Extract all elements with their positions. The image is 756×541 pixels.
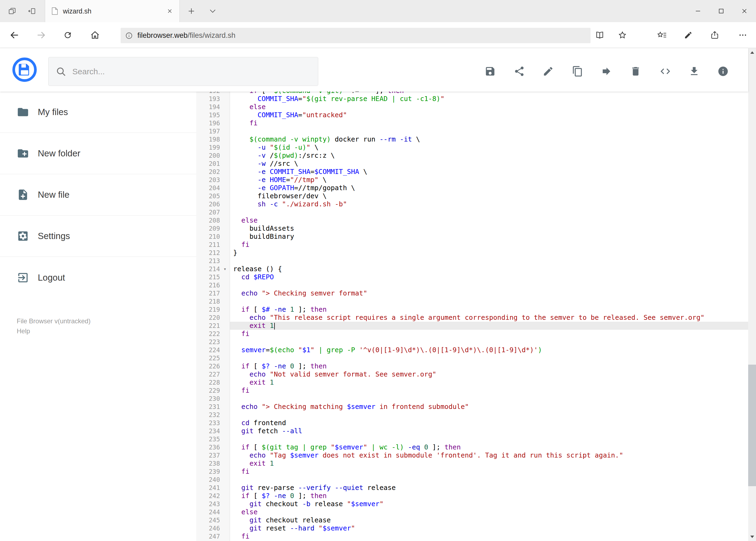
more-options-icon[interactable] <box>738 31 747 40</box>
site-info-icon[interactable] <box>125 32 133 40</box>
code-line[interactable]: 244 else <box>196 508 748 516</box>
code-line[interactable]: 202 -e COMMIT_SHA=$COMMIT_SHA \ <box>196 168 748 176</box>
code-line[interactable]: 243 git checkout -b release "$semver" <box>196 500 748 508</box>
filebrowser-logo[interactable] <box>12 57 37 82</box>
code-line[interactable]: 209 buildAssets <box>196 225 748 233</box>
info-button[interactable] <box>716 64 730 79</box>
code-line[interactable]: 195 COMMIT_SHA="untracked" <box>196 111 748 119</box>
save-button[interactable] <box>483 64 497 79</box>
code-line[interactable]: 246 git reset --hard "$semver" <box>196 524 748 532</box>
tab-preview-chevron-icon[interactable] <box>209 9 216 14</box>
rename-button[interactable] <box>541 64 556 79</box>
browser-tab[interactable]: wizard.sh <box>45 0 180 22</box>
code-line[interactable]: 237 echo "Tag $semver does not exist in … <box>196 451 748 459</box>
address-bar[interactable]: filebrowser.web/files/wizard.sh <box>121 28 591 43</box>
code-view-button[interactable] <box>658 64 672 79</box>
code-line[interactable]: 213 <box>196 257 748 265</box>
code-line[interactable]: 227 echo "Not valid semver format. See s… <box>196 370 748 378</box>
search-bar[interactable] <box>48 57 318 86</box>
code-line[interactable]: 219 if [ $# -ne 1 ]; then <box>196 305 748 313</box>
code-line[interactable]: 230 <box>196 395 748 403</box>
code-line[interactable]: 201 -w //src \ <box>196 160 748 168</box>
code-line[interactable]: 245 git checkout release <box>196 516 748 524</box>
code-line[interactable]: 228 exit 1 <box>196 378 748 386</box>
help-link[interactable]: Help <box>17 326 196 336</box>
code-line[interactable]: 234 git fetch --all <box>196 427 748 435</box>
code-line[interactable]: 220 echo "This release script requires a… <box>196 313 748 322</box>
code-line[interactable]: 200 -v /$(pwd):/src:z \ <box>196 152 748 160</box>
code-line[interactable]: 225 <box>196 354 748 362</box>
code-line[interactable]: 214▾release () { <box>196 265 748 273</box>
code-line[interactable]: 208 else <box>196 216 748 225</box>
annotate-pen-icon[interactable] <box>684 31 692 39</box>
tab-close-icon[interactable] <box>166 8 173 14</box>
browser-share-icon[interactable] <box>710 31 719 40</box>
fold-marker-icon[interactable]: ▾ <box>220 265 230 273</box>
delete-button[interactable] <box>629 64 643 79</box>
minimize-button[interactable] <box>686 0 710 22</box>
code-line[interactable]: 193 COMMIT_SHA="$(git rev-parse HEAD | c… <box>196 95 748 103</box>
code-line[interactable]: 205 filebrowser/dev \ <box>196 192 748 200</box>
code-line[interactable]: 241 git rev-parse --verify --quiet relea… <box>196 484 748 492</box>
add-favorite-star-icon[interactable] <box>618 31 627 40</box>
code-line[interactable]: 247 fi <box>196 532 748 540</box>
code-line[interactable]: 223 <box>196 338 748 346</box>
tab-preview-icon[interactable] <box>8 7 16 15</box>
code-line[interactable]: 232 <box>196 411 748 419</box>
code-line[interactable]: 199 -u "$(id -u)" \ <box>196 144 748 152</box>
back-button[interactable] <box>9 30 20 40</box>
code-line[interactable]: 198 $(command -v winpty) docker run --rm… <box>196 135 748 144</box>
move-button[interactable] <box>599 64 614 79</box>
search-input[interactable] <box>72 67 311 76</box>
sidebar-item-new-file[interactable]: New file <box>0 174 196 216</box>
code-line[interactable]: 203 -e HOME="//tmp" \ <box>196 176 748 184</box>
set-tabs-aside-icon[interactable] <box>28 7 36 15</box>
code-line[interactable]: 231 echo "> Checking matching $semver in… <box>196 403 748 411</box>
code-line[interactable]: 235 <box>196 435 748 443</box>
new-tab-button[interactable] <box>187 7 195 15</box>
code-line[interactable]: 192 if [ "$(command -v git)" != "" ]; th… <box>196 92 748 95</box>
code-line[interactable]: 224 semver=$(echo "$1" | grep -P '^v(0|[… <box>196 346 748 354</box>
maximize-button[interactable] <box>710 0 733 22</box>
code-line[interactable]: 239 fi <box>196 467 748 476</box>
forward-button[interactable] <box>36 30 46 40</box>
sidebar-item-new-folder[interactable]: New folder <box>0 133 196 174</box>
sidebar-item-my-files[interactable]: My files <box>0 92 196 133</box>
code-line[interactable]: 236 if [ $(git tag | grep "$semver" | wc… <box>196 443 748 451</box>
code-line[interactable]: 217 echo "> Checking semver format" <box>196 289 748 297</box>
download-button[interactable] <box>687 64 701 79</box>
code-line[interactable]: 238 exit 1 <box>196 459 748 467</box>
code-editor[interactable]: 192 if [ "$(command -v git)" != "" ]; th… <box>196 92 748 541</box>
code-line[interactable]: 222 fi <box>196 330 748 338</box>
code-line[interactable]: 240 <box>196 476 748 484</box>
close-button[interactable] <box>733 0 756 22</box>
code-line[interactable]: 212} <box>196 249 748 257</box>
code-line[interactable]: 206 sh -c "./wizard.sh -b" <box>196 200 748 208</box>
code-line[interactable]: 204 -e GOPATH=//tmp/gopath \ <box>196 184 748 192</box>
code-line[interactable]: 196 fi <box>196 119 748 127</box>
copy-button[interactable] <box>570 64 585 79</box>
code-line[interactable]: 216 <box>196 281 748 289</box>
page-scrollbar[interactable] <box>748 48 756 541</box>
scrollbar-thumb[interactable] <box>748 365 756 486</box>
code-line[interactable]: 218 <box>196 297 748 305</box>
code-line[interactable]: 197 <box>196 127 748 135</box>
scroll-down-button[interactable] <box>748 532 756 541</box>
code-line[interactable]: 207 <box>196 208 748 216</box>
hub-favorites-icon[interactable] <box>657 31 667 40</box>
code-line[interactable]: 210 buildBinary <box>196 233 748 241</box>
refresh-button[interactable] <box>63 31 72 40</box>
code-line[interactable]: 194 else <box>196 103 748 111</box>
share-file-button[interactable] <box>512 64 527 79</box>
home-button[interactable] <box>90 30 100 40</box>
sidebar-item-logout[interactable]: Logout <box>0 257 196 298</box>
code-line[interactable]: 215 cd $REPO <box>196 273 748 281</box>
scroll-up-button[interactable] <box>748 48 756 57</box>
code-line[interactable]: 226 if [ $? -ne 0 ]; then <box>196 362 748 370</box>
sidebar-item-settings[interactable]: Settings <box>0 216 196 257</box>
code-line[interactable]: 242 if [ $? -ne 0 ]; then <box>196 492 748 500</box>
code-line[interactable]: 233 cd frontend <box>196 419 748 427</box>
reading-view-button[interactable] <box>595 31 604 40</box>
code-line[interactable]: 221 exit 1 <box>196 322 748 330</box>
code-line[interactable]: 229 fi <box>196 386 748 395</box>
